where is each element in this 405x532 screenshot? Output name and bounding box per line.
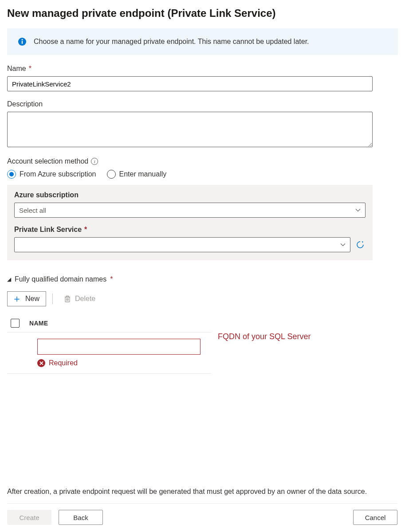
description-field-group: Description [7, 100, 398, 149]
new-button[interactable]: ＋ New [7, 291, 46, 306]
description-textarea[interactable] [7, 112, 373, 147]
fqdn-toolbar: ＋ New Delete [7, 291, 398, 306]
info-banner: Choose a name for your managed private e… [7, 28, 398, 55]
name-field-group: Name * [7, 65, 398, 91]
chevron-down-icon [340, 242, 346, 247]
fqdn-table: NAME ✕ Required [7, 314, 211, 374]
azure-subscription-label: Azure subscription [14, 191, 79, 199]
radio-from-subscription-label: From Azure subscription [20, 170, 96, 178]
info-icon [18, 37, 27, 46]
error-message: Required [49, 359, 78, 367]
name-label: Name [7, 65, 26, 73]
radio-empty-icon [107, 170, 116, 179]
delete-button: Delete [59, 291, 102, 306]
new-button-label: New [25, 295, 39, 303]
account-method-label: Account selection method [7, 157, 88, 165]
error-icon: ✕ [37, 359, 45, 367]
cancel-button[interactable]: Cancel [353, 510, 397, 525]
private-link-service-select[interactable] [14, 237, 350, 252]
table-row: ✕ Required [7, 332, 211, 374]
svg-rect-2 [22, 41, 23, 44]
subscription-panel: Azure subscription Select all Private Li… [7, 185, 373, 260]
fqdn-section-label: Fully qualified domain names [15, 275, 106, 283]
required-asterisk: * [29, 65, 31, 73]
plus-icon: ＋ [12, 294, 22, 304]
azure-subscription-select[interactable]: Select all [14, 203, 366, 218]
trash-icon [63, 295, 71, 303]
footer-note: After creation, a private endpoint reque… [7, 469, 393, 497]
refresh-button[interactable] [355, 239, 366, 250]
name-input[interactable] [7, 76, 373, 91]
radio-from-subscription[interactable]: From Azure subscription [7, 170, 96, 179]
info-text: Choose a name for your managed private e… [34, 36, 309, 47]
select-all-checkbox[interactable] [11, 319, 20, 328]
column-header-name: NAME [29, 320, 48, 327]
delete-button-label: Delete [75, 295, 95, 303]
radio-enter-manually[interactable]: Enter manually [107, 170, 167, 179]
svg-point-1 [22, 39, 23, 40]
required-asterisk: * [110, 275, 113, 283]
radio-dot-icon [7, 170, 16, 179]
triangle-expanded-icon: ◢ [7, 276, 11, 282]
description-label: Description [7, 100, 43, 108]
account-method-group: Account selection method i From Azure su… [7, 157, 398, 260]
required-asterisk: * [84, 226, 87, 234]
svg-rect-8 [67, 296, 69, 297]
page-title: New managed private endpoint (Private Li… [7, 7, 398, 20]
info-tooltip-icon[interactable]: i [91, 158, 98, 165]
chevron-down-icon [355, 207, 361, 213]
refresh-icon [356, 240, 365, 249]
back-button[interactable]: Back [59, 510, 103, 525]
button-bar: Create Back Cancel [7, 503, 397, 525]
fqdn-name-input[interactable] [37, 339, 201, 355]
create-button: Create [7, 510, 51, 525]
fqdn-annotation: FQDN of your SQL Server [218, 332, 311, 341]
private-link-service-label: Private Link Service [14, 226, 82, 234]
toolbar-separator [52, 293, 53, 304]
radio-enter-manually-label: Enter manually [119, 170, 167, 178]
fqdn-section-header[interactable]: ◢ Fully qualified domain names * [7, 275, 398, 283]
azure-subscription-value: Select all [19, 207, 46, 214]
